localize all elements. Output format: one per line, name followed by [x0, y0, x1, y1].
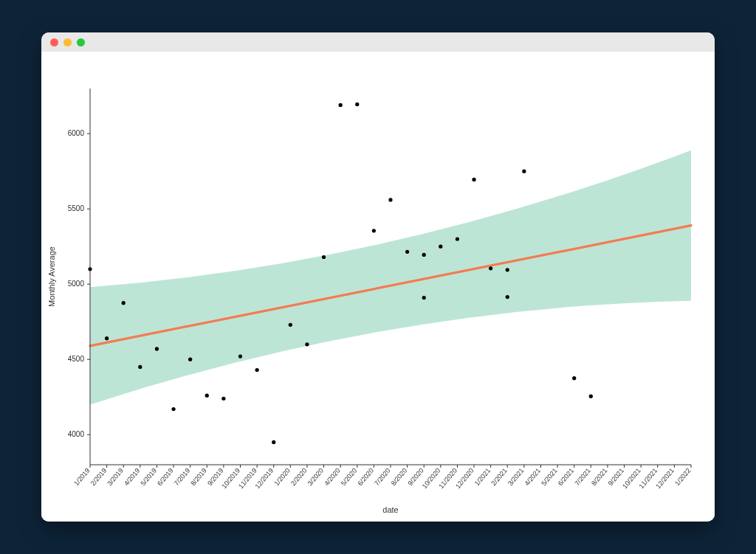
- scatter-chart: 400045005000550060001/20192/20193/20194/…: [41, 52, 715, 522]
- data-point: [105, 336, 109, 340]
- data-point: [339, 103, 343, 107]
- x-tick-label: 1/2021: [473, 467, 492, 488]
- x-tick-label: 2/2020: [289, 467, 308, 488]
- data-point: [238, 355, 242, 359]
- close-icon[interactable]: [50, 38, 58, 46]
- x-tick-label: 12/2021: [654, 467, 676, 490]
- window-titlebar: [41, 32, 715, 52]
- data-point: [388, 198, 392, 201]
- x-tick-label: 8/2019: [189, 467, 207, 488]
- x-tick-label: 1/2022: [673, 467, 692, 488]
- x-tick-label: 12/2020: [454, 467, 475, 490]
- app-window: 400045005000550060001/20192/20193/20194/…: [41, 32, 715, 522]
- data-point: [522, 170, 526, 173]
- zoom-icon[interactable]: [77, 38, 85, 46]
- x-tick-label: 8/2020: [390, 467, 408, 488]
- x-tick-label: 4/2020: [323, 467, 341, 488]
- data-point: [489, 266, 492, 270]
- data-point: [272, 440, 275, 444]
- x-axis-title: date: [382, 505, 398, 514]
- x-tick-label: 7/2019: [173, 467, 191, 488]
- x-tick-label: 5/2019: [140, 467, 158, 488]
- y-axis-title: Monthly Average: [47, 246, 56, 307]
- x-tick-label: 3/2019: [106, 467, 124, 488]
- data-point: [456, 237, 459, 240]
- x-tick-label: 6/2020: [357, 467, 375, 488]
- confidence-band: [90, 150, 691, 405]
- x-tick-label: 12/2019: [254, 467, 275, 490]
- data-point: [372, 229, 376, 232]
- data-point: [322, 255, 326, 259]
- data-point: [572, 376, 576, 380]
- data-point: [305, 342, 309, 346]
- x-tick-label: 6/2019: [156, 467, 174, 488]
- data-point: [506, 295, 509, 299]
- x-tick-label: 7/2020: [373, 467, 391, 488]
- x-tick-label: 4/2021: [523, 467, 542, 488]
- x-tick-label: 2/2019: [89, 467, 108, 488]
- data-point: [138, 365, 142, 369]
- y-tick-label: 4500: [68, 355, 85, 363]
- x-tick-label: 8/2021: [590, 467, 608, 488]
- data-point: [255, 368, 259, 372]
- data-point: [589, 395, 593, 398]
- data-point: [422, 296, 426, 299]
- x-tick-label: 7/2021: [574, 467, 592, 488]
- data-point: [188, 358, 192, 361]
- data-point: [422, 253, 426, 257]
- data-point: [171, 407, 175, 411]
- x-tick-label: 4/2019: [123, 467, 141, 488]
- data-point: [439, 245, 442, 249]
- x-tick-label: 1/2020: [273, 467, 292, 488]
- y-tick-label: 6000: [68, 129, 85, 137]
- data-point: [355, 103, 359, 106]
- x-tick-label: 6/2021: [557, 467, 575, 488]
- x-tick-label: 3/2020: [306, 467, 325, 488]
- y-tick-label: 4000: [68, 430, 85, 438]
- data-point: [289, 323, 292, 327]
- data-point: [506, 268, 509, 271]
- data-point: [205, 394, 209, 398]
- chart-container: 400045005000550060001/20192/20193/20194/…: [41, 52, 715, 522]
- minimize-icon[interactable]: [63, 38, 72, 46]
- x-tick-label: 5/2021: [540, 467, 558, 488]
- data-point: [221, 397, 225, 401]
- x-tick-label: 3/2021: [506, 467, 525, 488]
- y-tick-label: 5500: [68, 204, 85, 212]
- data-point: [122, 301, 126, 305]
- x-tick-label: 5/2020: [340, 467, 358, 488]
- data-point: [472, 178, 475, 181]
- data-point: [405, 250, 409, 254]
- x-tick-label: 1/2019: [72, 467, 91, 488]
- x-tick-label: 2/2021: [489, 467, 508, 488]
- y-tick-label: 5000: [68, 280, 85, 288]
- data-point: [155, 347, 159, 350]
